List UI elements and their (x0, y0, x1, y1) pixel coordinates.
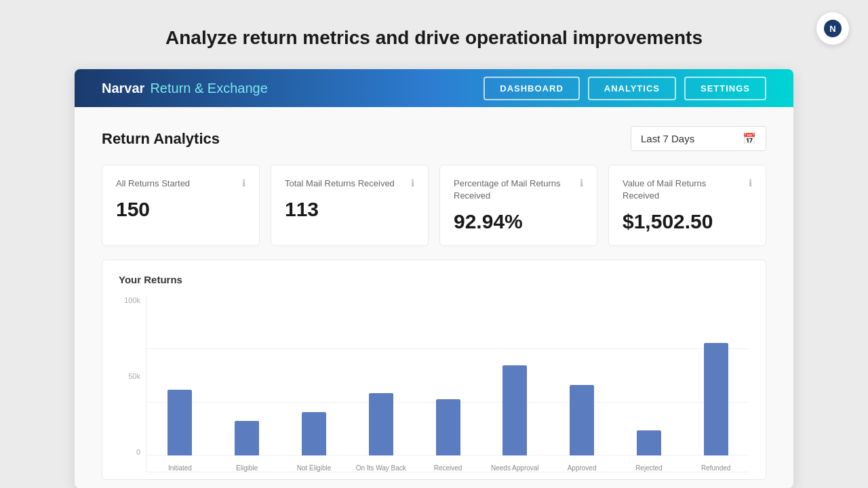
chart-bar-6 (570, 385, 594, 455)
info-icon-1[interactable]: ℹ (411, 178, 414, 188)
chart-bar-5 (502, 365, 527, 455)
chart-bar-0 (167, 390, 192, 455)
chart-bar-label-0: Initiated (153, 464, 207, 472)
y-label-0: 100k (124, 296, 140, 304)
chart-bar-4 (436, 399, 460, 455)
metric-card-header-1: Total Mail Returns Received ℹ (285, 178, 414, 190)
page-title: Analyze return metrics and drive operati… (165, 27, 703, 49)
metric-value-2: 92.94% (454, 210, 583, 233)
chart-bar-3 (369, 393, 393, 455)
chart-bar-group-5: Needs Approval (481, 296, 549, 472)
chart-bar-group-6: Approved (549, 296, 616, 472)
calendar-icon: 📅 (743, 132, 756, 145)
chart-bar-group-3: On Its Way Back (347, 296, 414, 472)
chart-bar-label-3: On Its Way Back (354, 464, 408, 472)
navbar: Narvar Return & Exchange DASHBOARD ANALY… (75, 69, 793, 107)
chart-bar-1 (235, 421, 259, 455)
chart-bar-group-1: Eligible (214, 296, 281, 472)
metric-value-1: 113 (285, 198, 414, 221)
chart-bar-label-5: Needs Approval (488, 464, 542, 472)
chart-bar-group-0: Initiated (146, 296, 214, 472)
nav-analytics[interactable]: ANALYTICS (588, 77, 676, 100)
chart-y-axis: 100k 50k 0 (119, 296, 146, 456)
metric-value-0: 150 (116, 198, 245, 221)
chart-bar-label-2: Not Eligible (287, 464, 341, 472)
metric-card-header-0: All Returns Started ℹ (116, 178, 245, 190)
metric-card-3: Value of Mail Returns Received ℹ $1,502.… (608, 165, 766, 246)
chart-bar-group-2: Not Eligible (281, 296, 348, 472)
analytics-title: Return Analytics (102, 130, 220, 148)
chart-bar-group-4: Received (414, 296, 481, 472)
nav-dashboard[interactable]: DASHBOARD (484, 77, 580, 100)
nav-settings[interactable]: SETTINGS (684, 77, 766, 100)
chart-section: Your Returns 100k 50k 0 InitiatedEligibl… (102, 260, 766, 480)
brand-sub: Return & Exchange (150, 81, 267, 96)
metric-value-3: $1,502.50 (623, 210, 752, 233)
chart-bar-7 (637, 430, 661, 455)
chart-bar-label-7: Rejected (622, 464, 676, 472)
metric-label-2: Percentage of Mail Returns Received (454, 178, 580, 202)
chart-title: Your Returns (119, 274, 749, 285)
metric-card-header-2: Percentage of Mail Returns Received ℹ (454, 178, 583, 202)
analytics-header: Return Analytics Last 7 Days 📅 (102, 126, 766, 151)
metric-card-header-3: Value of Mail Returns Received ℹ (623, 178, 752, 202)
chart-bar-group-8: Refunded (682, 296, 749, 472)
chart-bar-label-1: Eligible (220, 464, 274, 472)
metric-label-1: Total Mail Returns Received (285, 178, 411, 190)
chart-bars-container: InitiatedEligibleNot EligibleOn Its Way … (146, 296, 749, 472)
info-icon-3[interactable]: ℹ (749, 178, 752, 188)
date-picker[interactable]: Last 7 Days 📅 (631, 126, 766, 151)
svg-text:N: N (829, 24, 835, 34)
chart-bar-2 (302, 412, 326, 455)
metric-label-3: Value of Mail Returns Received (623, 178, 749, 202)
brand-narvar: Narvar (102, 81, 144, 96)
navbar-brand: Narvar Return & Exchange (102, 81, 268, 96)
page-wrapper: N Analyze return metrics and drive opera… (0, 0, 868, 488)
navbar-nav: DASHBOARD ANALYTICS SETTINGS (484, 77, 766, 100)
content-area: Return Analytics Last 7 Days 📅 All Retur… (75, 107, 793, 488)
date-picker-label: Last 7 Days (641, 133, 736, 144)
metric-card-1: Total Mail Returns Received ℹ 113 (271, 165, 429, 246)
metric-card-0: All Returns Started ℹ 150 (102, 165, 260, 246)
chart-bar-8 (704, 343, 728, 455)
info-icon-0[interactable]: ℹ (242, 178, 245, 188)
chart-bar-label-4: Received (421, 464, 475, 472)
chart-area: 100k 50k 0 InitiatedEligibleNot Eligible… (119, 296, 749, 472)
chart-bar-label-8: Refunded (689, 464, 743, 472)
metric-label-0: All Returns Started (116, 178, 242, 190)
metric-card-2: Percentage of Mail Returns Received ℹ 92… (439, 165, 597, 246)
chart-bar-label-6: Approved (555, 464, 609, 472)
y-label-2: 0 (136, 448, 140, 456)
y-label-1: 50k (128, 372, 140, 380)
app-container: Narvar Return & Exchange DASHBOARD ANALY… (75, 69, 793, 488)
metrics-row: All Returns Started ℹ 150 Total Mail Ret… (102, 165, 766, 246)
chart-bar-group-7: Rejected (615, 296, 682, 472)
info-icon-2[interactable]: ℹ (580, 178, 583, 188)
logo-circle: N (816, 12, 849, 45)
